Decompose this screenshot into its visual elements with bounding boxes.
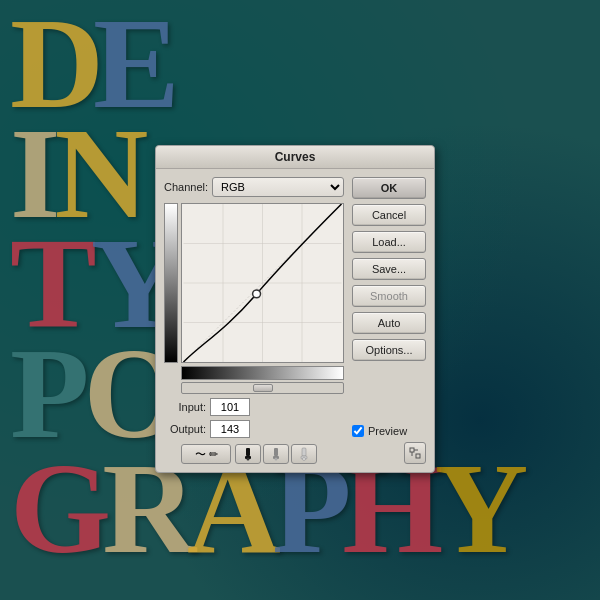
- preview-row: Preview: [352, 425, 426, 437]
- tools-row: 〜 ✏: [181, 444, 344, 464]
- output-label: Output:: [164, 423, 206, 435]
- dialog-title: Curves: [275, 150, 316, 164]
- svg-rect-8: [246, 448, 250, 456]
- svg-rect-17: [410, 448, 414, 452]
- dialog-body: Channel: RGB Red Green Blue: [156, 169, 434, 472]
- right-panel: OK Cancel Load... Save... Smooth Auto Op…: [352, 177, 426, 464]
- options-button[interactable]: Options...: [352, 339, 426, 361]
- save-button[interactable]: Save...: [352, 258, 426, 280]
- svg-rect-14: [302, 448, 306, 456]
- output-row: Output:: [164, 420, 344, 438]
- input-field[interactable]: [210, 398, 250, 416]
- bottom-gradient-bar: [181, 366, 344, 380]
- curve-pencil-toggle[interactable]: 〜 ✏: [181, 444, 231, 464]
- input-label: Input:: [164, 401, 206, 413]
- eyedropper-white-btn[interactable]: [291, 444, 317, 464]
- output-field[interactable]: [210, 420, 250, 438]
- cancel-button[interactable]: Cancel: [352, 204, 426, 226]
- preview-label: Preview: [368, 425, 407, 437]
- channel-select-wrapper[interactable]: RGB Red Green Blue: [212, 177, 344, 197]
- auto-button[interactable]: Auto: [352, 312, 426, 334]
- eyedropper-black-btn[interactable]: [235, 444, 261, 464]
- load-button[interactable]: Load...: [352, 231, 426, 253]
- eyedropper-white-icon: [297, 447, 311, 461]
- curve-tool-icon: 〜: [195, 447, 206, 462]
- input-row: Input:: [164, 398, 344, 416]
- svg-point-13: [275, 458, 278, 461]
- svg-rect-18: [416, 454, 420, 458]
- svg-point-7: [253, 290, 261, 298]
- smooth-button[interactable]: Smooth: [352, 285, 426, 307]
- eyedropper-gray-btn[interactable]: [263, 444, 289, 464]
- scroll-thumb: [253, 384, 273, 392]
- channel-row: Channel: RGB Red Green Blue: [164, 177, 344, 197]
- svg-rect-11: [274, 448, 278, 456]
- spacer: [352, 366, 426, 420]
- svg-point-10: [247, 458, 250, 461]
- curve-container: [164, 203, 344, 363]
- expand-button[interactable]: [404, 442, 426, 464]
- ok-button[interactable]: OK: [352, 177, 426, 199]
- svg-point-16: [303, 458, 306, 461]
- curve-canvas[interactable]: [181, 203, 344, 363]
- curves-dialog: Curves Channel: RGB Red Green Blue: [155, 145, 435, 473]
- gradient-bar: [164, 203, 178, 363]
- eyedropper-set: [235, 444, 317, 464]
- preview-checkbox[interactable]: [352, 425, 364, 437]
- expand-icon: [409, 447, 421, 459]
- eyedropper-gray-icon: [269, 447, 283, 461]
- pencil-tool-icon: ✏: [209, 448, 218, 461]
- curve-scroll-bar[interactable]: [181, 382, 344, 394]
- curve-svg: [182, 204, 343, 362]
- eyedropper-black-icon: [241, 447, 255, 461]
- channel-select[interactable]: RGB Red Green Blue: [212, 177, 344, 197]
- left-panel: Channel: RGB Red Green Blue: [164, 177, 344, 464]
- channel-label: Channel:: [164, 181, 208, 193]
- dialog-titlebar: Curves: [156, 146, 434, 169]
